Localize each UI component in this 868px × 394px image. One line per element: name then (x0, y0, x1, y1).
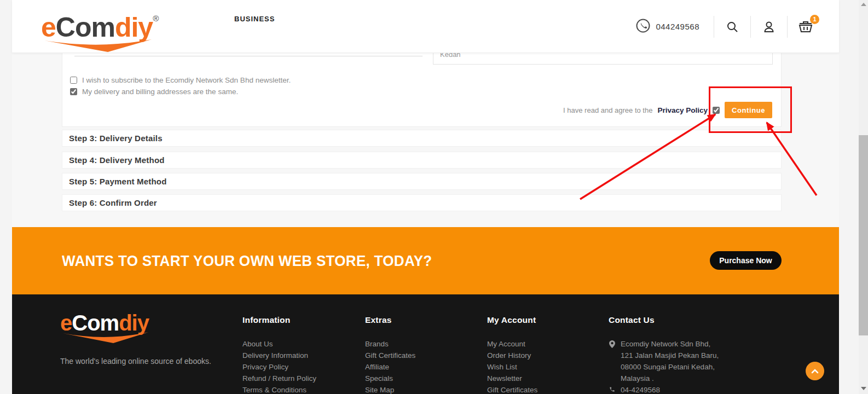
site-logo[interactable]: eComdiy® (41, 3, 205, 53)
agree-text: I have read and agree to the (563, 106, 652, 114)
cart-count-badge: 1 (810, 15, 819, 24)
page-container: Kedah I wish to subscribe to the Ecomdiy… (12, 0, 839, 394)
registered-mark: ® (153, 14, 158, 23)
site-footer: eComdiy The world's leading online sourc… (12, 294, 839, 394)
footer-link-gift-certificates[interactable]: Gift Certificates (365, 350, 415, 361)
phone-icon (636, 19, 650, 35)
footer-col-my-account: My Account My Account Order History Wish… (487, 315, 537, 394)
privacy-agree-checkbox[interactable] (713, 107, 720, 114)
footer-link-wish-list[interactable]: Wish List (487, 361, 537, 373)
scrollbar-down-arrow-icon[interactable] (861, 387, 866, 390)
footer-link-brands[interactable]: Brands (365, 338, 415, 350)
footer-logo[interactable]: eComdiy (60, 311, 149, 344)
location-pin-icon (609, 338, 615, 350)
checkout-page: Kedah I wish to subscribe to the Ecomdiy… (0, 0, 868, 394)
header-phone: 044249568 (636, 19, 699, 35)
privacy-policy-link[interactable]: Privacy Policy (657, 106, 708, 114)
newsletter-checkbox-label: I wish to subscribe to the Ecomdiy Netwo… (82, 76, 291, 84)
site-header: eComdiy® BUSINESS 044249568 (12, 0, 839, 53)
footer-link-terms-conditions[interactable]: Terms & Conditions (242, 384, 316, 394)
contact-address: Ecomdiy Network Sdn Bhd, (609, 338, 751, 350)
footer-link-newsletter[interactable]: Newsletter (487, 373, 537, 384)
footer-col-contact-us: Contact Us Ecomdiy Network Sdn Bhd, 121 … (609, 315, 751, 394)
text-input-partial[interactable] (74, 56, 423, 56)
step-5-payment-method[interactable]: Step 5: Payment Method (62, 173, 782, 190)
step-6-confirm-order[interactable]: Step 6: Confirm Order (62, 194, 782, 211)
purchase-now-button[interactable]: Purchase Now (710, 251, 782, 270)
search-icon[interactable] (714, 20, 750, 33)
chevron-up-icon (811, 367, 819, 375)
contact-phone-number: 04-4249568 (621, 384, 660, 394)
step-3-delivery-details[interactable]: Step 3: Delivery Details (62, 130, 782, 147)
contact-phone: 04-4249568 (609, 384, 751, 394)
newsletter-checkbox[interactable] (70, 77, 77, 84)
continue-button[interactable]: Continue (725, 102, 772, 118)
footer-col-information: Information About Us Delivery Informatio… (242, 315, 316, 394)
header-phone-number: 044249568 (656, 22, 699, 31)
footer-link-delivery-information[interactable]: Delivery Information (242, 350, 316, 361)
footer-col-title: Extras (365, 315, 415, 325)
scrollbar-up-arrow-icon[interactable] (861, 3, 866, 6)
footer-col-title: My Account (487, 315, 537, 325)
promo-banner: WANTS TO START YOUR OWN WEB STORE, TODAY… (12, 227, 839, 294)
user-icon[interactable] (751, 20, 787, 33)
footer-link-about-us[interactable]: About Us (242, 338, 316, 350)
newsletter-checkbox-row: I wish to subscribe to the Ecomdiy Netwo… (70, 76, 291, 84)
footer-link-site-map[interactable]: Site Map (365, 384, 415, 394)
footer-link-gift-certificates[interactable]: Gift Certificates (487, 384, 537, 394)
same-address-checkbox-label: My delivery and billing addresses are th… (82, 88, 238, 96)
footer-col-title: Information (242, 315, 316, 325)
footer-link-order-history[interactable]: Order History (487, 350, 537, 361)
footer-link-affiliate[interactable]: Affiliate (365, 361, 415, 373)
footer-link-refund-return-policy[interactable]: Refund / Return Policy (242, 373, 316, 384)
header-utilities: 044249568 (636, 0, 824, 53)
scroll-to-top-button[interactable] (806, 362, 824, 380)
footer-tagline: The world's leading online source of ebo… (60, 357, 211, 366)
phone-icon (609, 384, 615, 394)
step-4-delivery-method[interactable]: Step 4: Delivery Method (62, 152, 782, 169)
footer-link-specials[interactable]: Specials (365, 373, 415, 384)
footer-col-extras: Extras Brands Gift Certificates Affiliat… (365, 315, 415, 394)
logo-text: e (41, 12, 56, 43)
footer-link-my-account[interactable]: My Account (487, 338, 537, 350)
same-address-checkbox-row: My delivery and billing addresses are th… (70, 88, 238, 96)
footer-link-privacy-policy[interactable]: Privacy Policy (242, 361, 316, 373)
agree-row: I have read and agree to the Privacy Pol… (563, 102, 772, 118)
promo-headline: WANTS TO START YOUR OWN WEB STORE, TODAY… (62, 227, 432, 294)
footer-col-title: Contact Us (609, 315, 751, 325)
cart-icon[interactable]: 1 (788, 20, 824, 34)
nav-item-business[interactable]: BUSINESS (234, 15, 275, 23)
scrollbar-thumb[interactable] (859, 135, 868, 335)
same-address-checkbox[interactable] (70, 88, 77, 95)
